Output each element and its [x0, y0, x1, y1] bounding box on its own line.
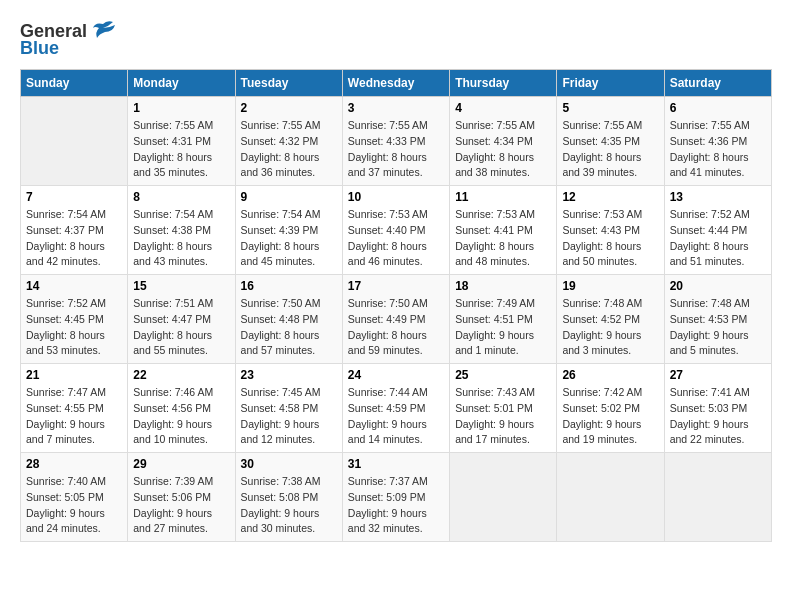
day-info: Sunrise: 7:44 AM Sunset: 4:59 PM Dayligh…: [348, 385, 444, 448]
calendar-cell: 31Sunrise: 7:37 AM Sunset: 5:09 PM Dayli…: [342, 453, 449, 542]
day-info: Sunrise: 7:54 AM Sunset: 4:39 PM Dayligh…: [241, 207, 337, 270]
day-info: Sunrise: 7:49 AM Sunset: 4:51 PM Dayligh…: [455, 296, 551, 359]
day-of-week-header: Friday: [557, 70, 664, 97]
day-info: Sunrise: 7:55 AM Sunset: 4:31 PM Dayligh…: [133, 118, 229, 181]
day-number: 19: [562, 279, 658, 293]
day-number: 29: [133, 457, 229, 471]
day-number: 18: [455, 279, 551, 293]
day-number: 13: [670, 190, 766, 204]
calendar-cell: 26Sunrise: 7:42 AM Sunset: 5:02 PM Dayli…: [557, 364, 664, 453]
calendar-cell: 20Sunrise: 7:48 AM Sunset: 4:53 PM Dayli…: [664, 275, 771, 364]
calendar-cell: 17Sunrise: 7:50 AM Sunset: 4:49 PM Dayli…: [342, 275, 449, 364]
calendar-cell: 1Sunrise: 7:55 AM Sunset: 4:31 PM Daylig…: [128, 97, 235, 186]
calendar-cell: 18Sunrise: 7:49 AM Sunset: 4:51 PM Dayli…: [450, 275, 557, 364]
day-info: Sunrise: 7:42 AM Sunset: 5:02 PM Dayligh…: [562, 385, 658, 448]
day-info: Sunrise: 7:41 AM Sunset: 5:03 PM Dayligh…: [670, 385, 766, 448]
day-info: Sunrise: 7:37 AM Sunset: 5:09 PM Dayligh…: [348, 474, 444, 537]
day-number: 15: [133, 279, 229, 293]
calendar-cell: 21Sunrise: 7:47 AM Sunset: 4:55 PM Dayli…: [21, 364, 128, 453]
calendar-week-row: 1Sunrise: 7:55 AM Sunset: 4:31 PM Daylig…: [21, 97, 772, 186]
day-number: 22: [133, 368, 229, 382]
day-number: 10: [348, 190, 444, 204]
day-info: Sunrise: 7:47 AM Sunset: 4:55 PM Dayligh…: [26, 385, 122, 448]
day-info: Sunrise: 7:55 AM Sunset: 4:34 PM Dayligh…: [455, 118, 551, 181]
calendar-cell: [450, 453, 557, 542]
calendar-cell: 28Sunrise: 7:40 AM Sunset: 5:05 PM Dayli…: [21, 453, 128, 542]
calendar-cell: 15Sunrise: 7:51 AM Sunset: 4:47 PM Dayli…: [128, 275, 235, 364]
day-number: 23: [241, 368, 337, 382]
day-number: 9: [241, 190, 337, 204]
day-info: Sunrise: 7:55 AM Sunset: 4:35 PM Dayligh…: [562, 118, 658, 181]
calendar-cell: 9Sunrise: 7:54 AM Sunset: 4:39 PM Daylig…: [235, 186, 342, 275]
calendar-cell: 3Sunrise: 7:55 AM Sunset: 4:33 PM Daylig…: [342, 97, 449, 186]
logo: General Blue: [20, 20, 117, 59]
day-number: 31: [348, 457, 444, 471]
day-number: 4: [455, 101, 551, 115]
day-number: 21: [26, 368, 122, 382]
day-number: 6: [670, 101, 766, 115]
day-info: Sunrise: 7:51 AM Sunset: 4:47 PM Dayligh…: [133, 296, 229, 359]
day-number: 30: [241, 457, 337, 471]
day-number: 20: [670, 279, 766, 293]
day-number: 1: [133, 101, 229, 115]
day-info: Sunrise: 7:50 AM Sunset: 4:48 PM Dayligh…: [241, 296, 337, 359]
calendar-cell: 4Sunrise: 7:55 AM Sunset: 4:34 PM Daylig…: [450, 97, 557, 186]
day-of-week-header: Thursday: [450, 70, 557, 97]
day-number: 14: [26, 279, 122, 293]
header-row: SundayMondayTuesdayWednesdayThursdayFrid…: [21, 70, 772, 97]
day-of-week-header: Sunday: [21, 70, 128, 97]
day-number: 12: [562, 190, 658, 204]
day-number: 11: [455, 190, 551, 204]
calendar-week-row: 21Sunrise: 7:47 AM Sunset: 4:55 PM Dayli…: [21, 364, 772, 453]
calendar-cell: 14Sunrise: 7:52 AM Sunset: 4:45 PM Dayli…: [21, 275, 128, 364]
calendar-cell: 22Sunrise: 7:46 AM Sunset: 4:56 PM Dayli…: [128, 364, 235, 453]
calendar-cell: 16Sunrise: 7:50 AM Sunset: 4:48 PM Dayli…: [235, 275, 342, 364]
day-info: Sunrise: 7:40 AM Sunset: 5:05 PM Dayligh…: [26, 474, 122, 537]
calendar-cell: 6Sunrise: 7:55 AM Sunset: 4:36 PM Daylig…: [664, 97, 771, 186]
day-number: 8: [133, 190, 229, 204]
day-info: Sunrise: 7:52 AM Sunset: 4:45 PM Dayligh…: [26, 296, 122, 359]
calendar-cell: 2Sunrise: 7:55 AM Sunset: 4:32 PM Daylig…: [235, 97, 342, 186]
day-info: Sunrise: 7:53 AM Sunset: 4:41 PM Dayligh…: [455, 207, 551, 270]
day-number: 2: [241, 101, 337, 115]
calendar-cell: 5Sunrise: 7:55 AM Sunset: 4:35 PM Daylig…: [557, 97, 664, 186]
day-info: Sunrise: 7:39 AM Sunset: 5:06 PM Dayligh…: [133, 474, 229, 537]
day-info: Sunrise: 7:53 AM Sunset: 4:43 PM Dayligh…: [562, 207, 658, 270]
calendar-cell: 24Sunrise: 7:44 AM Sunset: 4:59 PM Dayli…: [342, 364, 449, 453]
day-info: Sunrise: 7:38 AM Sunset: 5:08 PM Dayligh…: [241, 474, 337, 537]
day-number: 16: [241, 279, 337, 293]
calendar-cell: 19Sunrise: 7:48 AM Sunset: 4:52 PM Dayli…: [557, 275, 664, 364]
calendar-week-row: 14Sunrise: 7:52 AM Sunset: 4:45 PM Dayli…: [21, 275, 772, 364]
day-number: 26: [562, 368, 658, 382]
calendar-cell: [21, 97, 128, 186]
calendar-cell: 23Sunrise: 7:45 AM Sunset: 4:58 PM Dayli…: [235, 364, 342, 453]
day-info: Sunrise: 7:54 AM Sunset: 4:38 PM Dayligh…: [133, 207, 229, 270]
calendar-cell: [664, 453, 771, 542]
calendar-cell: 11Sunrise: 7:53 AM Sunset: 4:41 PM Dayli…: [450, 186, 557, 275]
calendar-table: SundayMondayTuesdayWednesdayThursdayFrid…: [20, 69, 772, 542]
day-info: Sunrise: 7:55 AM Sunset: 4:32 PM Dayligh…: [241, 118, 337, 181]
logo-bird-icon: [89, 20, 117, 42]
calendar-week-row: 28Sunrise: 7:40 AM Sunset: 5:05 PM Dayli…: [21, 453, 772, 542]
day-of-week-header: Saturday: [664, 70, 771, 97]
calendar-cell: 8Sunrise: 7:54 AM Sunset: 4:38 PM Daylig…: [128, 186, 235, 275]
page-header: General Blue: [20, 20, 772, 59]
calendar-cell: [557, 453, 664, 542]
day-info: Sunrise: 7:46 AM Sunset: 4:56 PM Dayligh…: [133, 385, 229, 448]
calendar-cell: 10Sunrise: 7:53 AM Sunset: 4:40 PM Dayli…: [342, 186, 449, 275]
logo-blue: Blue: [20, 38, 59, 59]
day-number: 27: [670, 368, 766, 382]
day-info: Sunrise: 7:48 AM Sunset: 4:52 PM Dayligh…: [562, 296, 658, 359]
day-number: 28: [26, 457, 122, 471]
day-info: Sunrise: 7:50 AM Sunset: 4:49 PM Dayligh…: [348, 296, 444, 359]
day-number: 25: [455, 368, 551, 382]
calendar-cell: 29Sunrise: 7:39 AM Sunset: 5:06 PM Dayli…: [128, 453, 235, 542]
day-of-week-header: Monday: [128, 70, 235, 97]
day-info: Sunrise: 7:55 AM Sunset: 4:36 PM Dayligh…: [670, 118, 766, 181]
day-of-week-header: Wednesday: [342, 70, 449, 97]
calendar-cell: 13Sunrise: 7:52 AM Sunset: 4:44 PM Dayli…: [664, 186, 771, 275]
day-info: Sunrise: 7:48 AM Sunset: 4:53 PM Dayligh…: [670, 296, 766, 359]
calendar-cell: 30Sunrise: 7:38 AM Sunset: 5:08 PM Dayli…: [235, 453, 342, 542]
day-info: Sunrise: 7:52 AM Sunset: 4:44 PM Dayligh…: [670, 207, 766, 270]
day-info: Sunrise: 7:45 AM Sunset: 4:58 PM Dayligh…: [241, 385, 337, 448]
